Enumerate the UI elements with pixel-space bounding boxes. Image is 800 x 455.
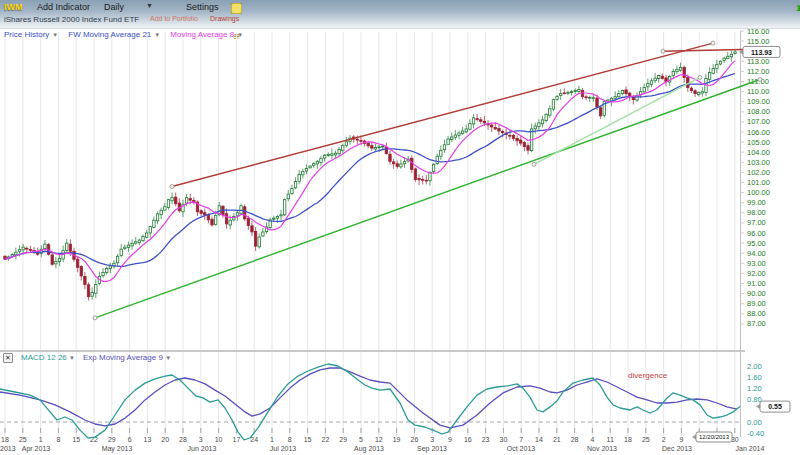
svg-text:Dec 2013: Dec 2013 — [662, 445, 692, 452]
svg-text:91.00: 91.00 — [747, 279, 766, 288]
svg-text:94.00: 94.00 — [747, 249, 766, 258]
chevron-down-icon: ▼ — [237, 32, 243, 38]
svg-text:97.00: 97.00 — [747, 218, 766, 227]
legend-macd[interactable]: MACD 12 26 ▼ — [21, 353, 75, 362]
upper-channel-trendline[interactable] — [170, 41, 715, 188]
drawings-menu[interactable]: Drawings — [210, 15, 239, 22]
svg-text:0.80: 0.80 — [747, 395, 762, 404]
svg-text:2.00: 2.00 — [747, 362, 762, 371]
change-value: 1.89 (1.69%) — [796, 3, 800, 13]
macd-signal-line — [0, 368, 737, 428]
svg-text:Aug 2013: Aug 2013 — [354, 445, 384, 453]
instrument-title: iShares Russell 2000 Index Fund ETF — [4, 15, 139, 24]
svg-text:29: 29 — [108, 436, 116, 443]
svg-text:1.60: 1.60 — [747, 373, 762, 382]
timeframe-dropdown-arrow-icon[interactable]: ▼ — [146, 2, 153, 9]
svg-text:3: 3 — [430, 436, 434, 443]
svg-text:104.00: 104.00 — [747, 148, 770, 157]
svg-text:112.00: 112.00 — [747, 67, 769, 76]
candles-layer — [4, 49, 736, 300]
svg-text:87.00: 87.00 — [747, 319, 766, 328]
legend-price-history[interactable]: Price History▼ — [4, 29, 58, 40]
svg-text:14: 14 — [535, 436, 543, 443]
close-macd-button[interactable]: ✕ — [3, 353, 13, 363]
svg-text:-0.40: -0.40 — [747, 429, 764, 438]
svg-text:108.00: 108.00 — [747, 107, 770, 116]
svg-text:15: 15 — [72, 436, 80, 443]
main-chart-legend: Price History▼ FW Moving Average 21▼ Mov… — [4, 29, 243, 40]
trading-app-window: { "toolbar": { "symbol": "IWM", "add_ind… — [0, 0, 800, 455]
svg-text:11: 11 — [607, 436, 614, 443]
last-price-box: 113.93 — [739, 46, 780, 57]
svg-text:Nov 2013: Nov 2013 — [587, 445, 617, 452]
svg-text:89.00: 89.00 — [747, 299, 766, 308]
add-to-portfolio-link[interactable]: Add to Portfolio — [150, 15, 198, 22]
svg-text:28: 28 — [179, 436, 187, 443]
legend-macd-signal[interactable]: Exp Moving Average 9 ▼ — [83, 353, 171, 362]
svg-text:116.00: 116.00 — [747, 28, 769, 36]
chart-canvas[interactable]: 116.00115.00114.00113.00112.00111.00110.… — [0, 28, 800, 455]
svg-text:18: 18 — [624, 436, 632, 443]
svg-text:113.93: 113.93 — [751, 49, 772, 56]
svg-text:Sep 2013: Sep 2013 — [417, 445, 447, 453]
ma21-label: FW Moving Average 21 — [68, 30, 151, 39]
timeframe-dropdown[interactable]: Daily — [104, 2, 124, 12]
svg-text:98.00: 98.00 — [747, 208, 766, 217]
legend-ma21[interactable]: FW Moving Average 21▼ — [68, 29, 160, 40]
macd-label: MACD 12 26 — [21, 353, 67, 362]
lower-channel-trendline[interactable] — [93, 77, 762, 319]
chevron-down-icon: ▼ — [154, 32, 160, 38]
svg-text:17: 17 — [233, 436, 241, 443]
price-axis[interactable]: 116.00115.00114.00113.00112.00111.00110.… — [740, 28, 770, 328]
svg-text:0.00: 0.00 — [747, 418, 762, 427]
svg-text:9: 9 — [679, 436, 683, 443]
chevron-down-icon: ▼ — [165, 355, 171, 361]
svg-text:102.00: 102.00 — [747, 168, 770, 177]
settings-button[interactable]: Settings — [186, 2, 219, 12]
svg-text:2013: 2013 — [0, 445, 16, 452]
minor-support-trendline[interactable] — [532, 75, 702, 166]
ma21-line — [5, 74, 735, 267]
svg-text:10: 10 — [215, 436, 223, 443]
svg-text:Oct 2013: Oct 2013 — [507, 445, 536, 452]
svg-text:30: 30 — [500, 436, 508, 443]
chevron-down-icon: ▼ — [69, 355, 75, 361]
svg-text:18: 18 — [1, 436, 9, 443]
svg-text:9: 9 — [448, 436, 452, 443]
macd-signal-label: Exp Moving Average 9 — [83, 353, 163, 362]
macd-axis[interactable]: 2.001.601.200.800.00-0.40 — [747, 362, 764, 438]
svg-text:12: 12 — [375, 436, 383, 443]
svg-text:8: 8 — [56, 436, 60, 443]
svg-text:5: 5 — [359, 436, 363, 443]
svg-text:115.00: 115.00 — [747, 37, 769, 46]
macd-value-box: 0.55 — [756, 401, 790, 412]
svg-text:2: 2 — [662, 436, 666, 443]
svg-text:88.00: 88.00 — [747, 309, 766, 318]
svg-text:95.00: 95.00 — [747, 239, 766, 248]
add-indicator-button[interactable]: Add Indicator — [37, 2, 90, 12]
svg-text:25: 25 — [642, 436, 650, 443]
divergence-annotation: divergence — [628, 371, 667, 380]
date-axis[interactable]: 1825181522296132028310172418152229512192… — [0, 428, 765, 453]
svg-text:Jul 2013: Jul 2013 — [270, 445, 297, 452]
svg-text:Apr 2013: Apr 2013 — [22, 445, 51, 453]
svg-text:113.00: 113.00 — [747, 57, 769, 66]
svg-text:12/20/2013: 12/20/2013 — [699, 434, 730, 440]
svg-text:101.00: 101.00 — [747, 178, 770, 187]
symbol-label[interactable]: IWM — [4, 2, 23, 12]
svg-text:106.00: 106.00 — [747, 128, 770, 137]
svg-text:3: 3 — [199, 436, 203, 443]
price-history-label: Price History — [4, 30, 49, 39]
svg-text:20: 20 — [161, 436, 169, 443]
cursor-date-box: 12/20/2013 — [692, 432, 732, 442]
notes-icon[interactable] — [231, 3, 242, 14]
svg-text:23: 23 — [482, 436, 490, 443]
svg-text:8: 8 — [288, 436, 292, 443]
svg-text:103.00: 103.00 — [747, 158, 770, 167]
svg-text:109.00: 109.00 — [747, 97, 770, 106]
svg-text:26: 26 — [411, 436, 419, 443]
ma8-label: Moving Average 8 — [170, 30, 234, 39]
legend-ma8[interactable]: Moving Average 8▼ — [170, 29, 243, 40]
svg-text:13: 13 — [144, 436, 152, 443]
svg-text:Jun 2013: Jun 2013 — [188, 445, 217, 452]
